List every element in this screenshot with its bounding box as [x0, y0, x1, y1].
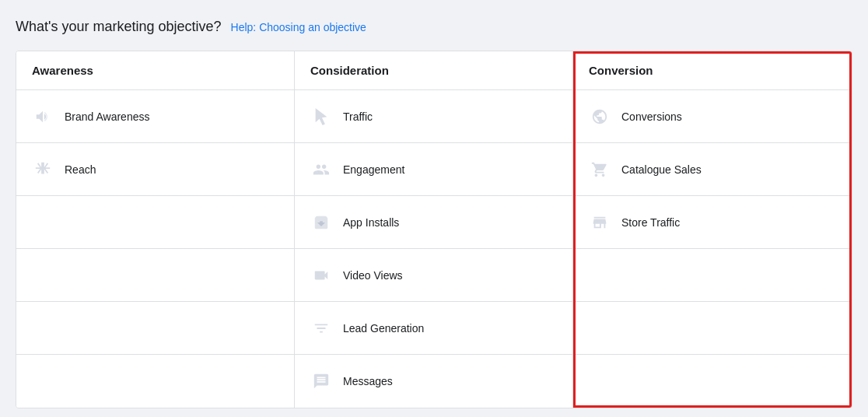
empty-row [573, 249, 852, 302]
people-icon [310, 159, 332, 180]
chat-icon [310, 370, 332, 392]
column-header-conversion: Conversion [573, 51, 852, 90]
table-grid: AwarenessBrand AwarenessReachConsiderati… [16, 51, 852, 408]
item-messages[interactable]: Messages [295, 355, 572, 408]
item-label-conversions: Conversions [621, 110, 682, 123]
page-title: What's your marketing objective? [16, 19, 222, 35]
empty-row [573, 302, 852, 355]
box-icon [310, 212, 332, 233]
item-conversions[interactable]: Conversions [573, 90, 852, 143]
globe-icon [589, 106, 611, 128]
item-label-app-installs: App Installs [343, 216, 399, 229]
item-traffic[interactable]: Traffic [295, 90, 572, 143]
video-icon [310, 265, 332, 286]
item-label-reach: Reach [65, 163, 96, 176]
item-engagement[interactable]: Engagement [295, 143, 572, 196]
empty-row [573, 355, 852, 408]
item-app-installs[interactable]: App Installs [295, 196, 572, 249]
empty-row [16, 302, 294, 355]
empty-row [16, 249, 294, 302]
item-lead-generation[interactable]: Lead Generation [295, 302, 572, 355]
megaphone-icon [32, 106, 54, 128]
help-link[interactable]: Help: Choosing an objective [231, 21, 366, 33]
page-header: What's your marketing objective? Help: C… [16, 19, 852, 35]
empty-row [16, 355, 294, 408]
column-consideration: ConsiderationTrafficEngagementApp Instal… [295, 51, 573, 408]
item-video-views[interactable]: Video Views [295, 249, 572, 302]
store-icon [589, 212, 611, 233]
item-store-traffic[interactable]: Store Traffic [573, 196, 852, 249]
item-label-video-views: Video Views [343, 269, 403, 282]
cursor-icon [310, 106, 332, 128]
item-label-catalogue-sales: Catalogue Sales [621, 163, 702, 176]
column-conversion: ConversionConversionsCatalogue SalesStor… [573, 51, 852, 408]
column-awareness: AwarenessBrand AwarenessReach [16, 51, 295, 408]
item-label-messages: Messages [343, 375, 393, 387]
item-reach[interactable]: Reach [16, 143, 294, 196]
empty-row [16, 196, 294, 249]
item-catalogue-sales[interactable]: Catalogue Sales [573, 143, 852, 196]
item-label-lead-generation: Lead Generation [343, 322, 424, 335]
column-header-consideration: Consideration [295, 51, 572, 90]
item-label-engagement: Engagement [343, 163, 404, 176]
item-label-store-traffic: Store Traffic [621, 216, 680, 229]
table-container: AwarenessBrand AwarenessReachConsiderati… [16, 51, 852, 408]
column-header-awareness: Awareness [16, 51, 294, 90]
item-label-traffic: Traffic [343, 110, 373, 123]
asterisk-icon [32, 159, 54, 180]
funnel-icon [310, 317, 332, 339]
cart-icon [589, 159, 611, 180]
item-label-brand-awareness: Brand Awareness [65, 110, 149, 123]
item-brand-awareness[interactable]: Brand Awareness [16, 90, 294, 143]
